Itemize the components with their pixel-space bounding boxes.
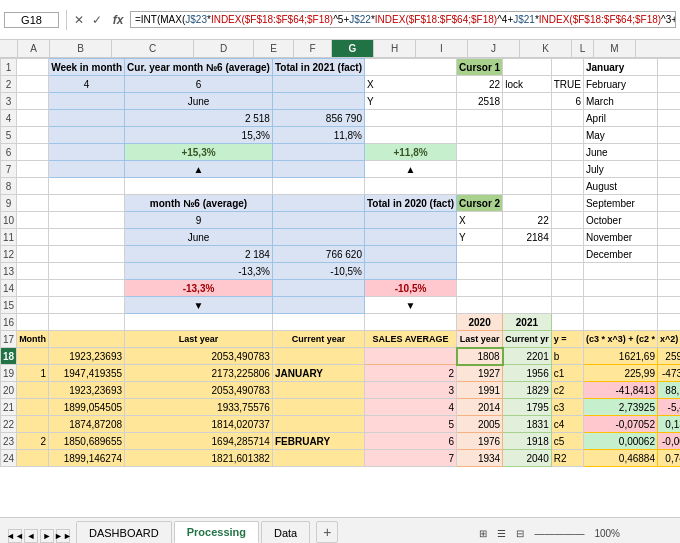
table-row: 14 -13,3% -10,5% 13 6000	[1, 280, 681, 297]
col-header-d[interactable]: D	[194, 40, 254, 57]
table-row: 24 1899,146274 1821,601382 7 1934 2040 R…	[1, 450, 681, 467]
tab-processing[interactable]: Processing	[174, 521, 259, 543]
tab-data[interactable]: Data	[261, 521, 310, 543]
table-row: 13 -13,3% -10,5% 12 7000	[1, 263, 681, 280]
tab-next-button[interactable]: ►	[40, 529, 54, 543]
insert-function-button[interactable]: fx	[106, 11, 130, 29]
col-header-rownum	[0, 40, 18, 57]
row-num: 1	[1, 59, 17, 76]
table-row: 9 month №6 (average) Total in 2020 (fact…	[1, 195, 681, 212]
col-header-m[interactable]: M	[594, 40, 636, 57]
tab-prev-button[interactable]: ◄	[24, 529, 38, 543]
formula-content[interactable]: =INT(MAX(J$23*INDEX($F$18:$F$64;$F18)^5+…	[130, 11, 676, 28]
table-row: 16 2020 2021 15 780	[1, 314, 681, 331]
table-row: 21 1899,054505 1933,75576 4 2014 1795 c3…	[1, 399, 681, 416]
table-row: 5 15,3% 11,8% May 4 930	[1, 127, 681, 144]
col-header-e[interactable]: E	[254, 40, 294, 57]
col-header-f[interactable]: F	[294, 40, 332, 57]
cancel-formula-button[interactable]: ✕	[70, 11, 88, 29]
col-header-j[interactable]: J	[468, 40, 520, 57]
cell-name-box[interactable]: G18	[4, 12, 59, 28]
table-row: 3 June Y 2518 6 March 2 580	[1, 93, 681, 110]
table-row: 11 June Y 2184 November 10 1230	[1, 229, 681, 246]
table-row: 23 2 1850,689655 1694,285714 FEBRUARY 6 …	[1, 433, 681, 450]
table-row: 4 2 518 856 790 April 3 4000	[1, 110, 681, 127]
table-row: 1 Week in month Cur. year month №6 (aver…	[1, 59, 681, 76]
column-headers: A B C D E F G H I J K L M	[0, 40, 680, 58]
tab-last-button[interactable]: ►►	[56, 529, 70, 543]
confirm-formula-button[interactable]: ✓	[88, 11, 106, 29]
table-row: 15 ▼ ▼ 14 1180	[1, 297, 681, 314]
spreadsheet-grid[interactable]: 1 Week in month Cur. year month №6 (aver…	[0, 58, 680, 517]
table-row: 18 1923,23693 2053,490783 1808 2201 b 16…	[1, 348, 681, 365]
tab-first-button[interactable]: ◄◄	[8, 529, 22, 543]
add-sheet-button[interactable]: +	[316, 521, 338, 543]
table-row: 17 Month Last year Current year SALES AV…	[1, 331, 681, 348]
table-row: 10 9 X 22 October 9 600	[1, 212, 681, 229]
tab-navigation[interactable]: ◄◄ ◄ ► ►►	[4, 529, 74, 543]
sheet-tabs: ◄◄ ◄ ► ►► DASHBOARD Processing Data + ⊞ …	[0, 517, 680, 543]
col-header-k[interactable]: K	[520, 40, 572, 57]
formula-bar: G18 ✕ ✓ fx =INT(MAX(J$23*INDEX($F$18:$F$…	[0, 0, 680, 40]
table-row: 7 ▲ ▲ July 6 1060	[1, 161, 681, 178]
table-row: 2 4 6 X 22 lock TRUE February 1 1210	[1, 76, 681, 93]
col-header-i[interactable]: I	[416, 40, 468, 57]
col-header-c[interactable]: C	[112, 40, 194, 57]
col-header-b[interactable]: B	[50, 40, 112, 57]
col-header-h[interactable]: H	[374, 40, 416, 57]
table-row: 12 2 184 766 620 December 11 1400	[1, 246, 681, 263]
col-header-a[interactable]: A	[18, 40, 50, 57]
col-header-l[interactable]: L	[572, 40, 594, 57]
col-header-g[interactable]: G	[332, 40, 374, 57]
table-row: 22 1874,87208 1814,020737 5 2005 1831 c4…	[1, 416, 681, 433]
table-row: 8 August 7	[1, 178, 681, 195]
table-row: 6 +15,3% +11,8% June 5 2000	[1, 144, 681, 161]
status-bar: ⊞ ☰ ⊟ ————— 100%	[479, 528, 620, 539]
table-row: 20 1923,23693 2053,490783 3 1991 1829 c2…	[1, 382, 681, 399]
table-row: 19 1 1947,419355 2173,225806 JANUARY 2 1…	[1, 365, 681, 382]
tab-dashboard[interactable]: DASHBOARD	[76, 521, 172, 543]
